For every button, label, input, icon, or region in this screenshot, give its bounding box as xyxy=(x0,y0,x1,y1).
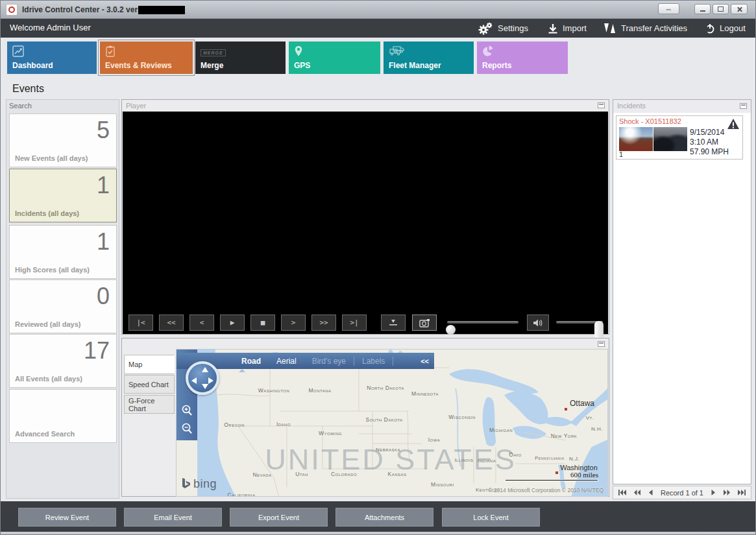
rewind-button[interactable]: << xyxy=(159,315,184,331)
seek-slider-thumb[interactable] xyxy=(446,325,456,335)
record-position-label: Record 1 of 1 xyxy=(661,489,703,497)
incident-thumbnail-cabin[interactable] xyxy=(653,127,687,151)
tab-fleet-manager-label: Fleet Manager xyxy=(389,61,441,70)
all-events-count: 17 xyxy=(84,337,110,364)
tab-merge[interactable]: MERGE Merge xyxy=(195,42,286,74)
welcome-text: Welcome Admin User xyxy=(10,23,91,32)
next-record-button[interactable] xyxy=(711,490,715,495)
map-view[interactable]: UNITED STATES Washington Montana North D… xyxy=(176,349,608,497)
pie-chart-icon xyxy=(482,45,494,60)
minimize-button[interactable] xyxy=(694,4,711,14)
mute-button[interactable] xyxy=(527,315,549,331)
trucks-icon xyxy=(389,45,404,59)
incident-list-item[interactable]: Shock - X01511832 9/15/2014 3:10 AM 57.9… xyxy=(616,115,743,160)
app-logo-icon xyxy=(6,4,18,16)
map-collapse-icon[interactable] xyxy=(598,341,605,347)
map-nav-labels[interactable]: Labels xyxy=(354,357,393,366)
prev-record-icon xyxy=(649,490,653,495)
incidents-collapse-icon[interactable] xyxy=(740,103,747,109)
first-record-button[interactable] xyxy=(618,490,626,495)
incidents-label: Incidents (all days) xyxy=(15,209,79,217)
last-record-button[interactable] xyxy=(738,490,746,495)
card-advanced-search[interactable]: Advanced Search xyxy=(9,389,117,443)
video-display[interactable] xyxy=(123,112,608,311)
reviewed-label: Reviewed (all days) xyxy=(15,320,81,328)
stop-button[interactable]: ■ xyxy=(250,315,275,331)
last-frame-button[interactable]: >| xyxy=(342,315,367,331)
merge-icon: MERGE xyxy=(201,45,226,57)
prev-record-button[interactable] xyxy=(649,490,653,495)
state-label: Kansas xyxy=(387,471,406,477)
tab-dashboard-label: Dashboard xyxy=(12,61,53,70)
transfer-activities-button[interactable]: Transfer Activities xyxy=(604,19,687,38)
tab-map[interactable]: Map xyxy=(124,355,175,374)
map-nav-birds-eye[interactable]: Bird's eye xyxy=(304,357,354,366)
close-button[interactable] xyxy=(731,4,748,14)
step-back-button[interactable]: < xyxy=(189,315,214,331)
settings-button[interactable]: Settings xyxy=(478,19,528,38)
tab-speed-chart[interactable]: Speed Chart xyxy=(124,375,175,394)
player-panel: Player |< << < ▶ ■ > >> >| xyxy=(121,99,609,335)
attachments-button[interactable]: Attachments xyxy=(335,508,433,527)
zoom-in-button[interactable] xyxy=(180,404,193,417)
state-label: Vt. xyxy=(586,415,594,421)
application-window: Idrive Control Center - 3.0.2 version - … xyxy=(0,0,756,535)
lock-event-button[interactable]: Lock Event xyxy=(442,508,540,527)
incident-thumbnail-road[interactable] xyxy=(619,127,653,151)
incident-time: 3:10 AM xyxy=(690,137,718,147)
logout-button[interactable]: Logout xyxy=(705,19,746,38)
tab-gforce-chart-label: G-Force Chart xyxy=(128,397,174,412)
tab-reports-label: Reports xyxy=(482,61,511,70)
card-incidents[interactable]: 1 Incidents (all days) xyxy=(9,169,117,222)
card-all-events[interactable]: 17 All Events (all days) xyxy=(9,334,117,388)
map-compass-control[interactable] xyxy=(186,361,219,395)
play-button[interactable]: ▶ xyxy=(220,315,245,331)
review-event-button[interactable]: Review Event xyxy=(18,508,116,527)
card-high-scores[interactable]: 1 High Scores (all days) xyxy=(9,225,117,279)
card-new-events[interactable]: 5 New Events (all days) xyxy=(9,113,117,167)
map-nav-aerial[interactable]: Aerial xyxy=(269,357,304,366)
first-frame-button[interactable]: |< xyxy=(128,315,153,331)
next-page-button[interactable] xyxy=(724,490,730,495)
page-title: Events xyxy=(12,83,44,95)
high-scores-label: High Scores (all days) xyxy=(15,266,90,274)
import-button[interactable]: Import xyxy=(548,19,587,38)
download-video-button[interactable] xyxy=(381,315,406,331)
record-navigator: Record 1 of 1 xyxy=(613,486,751,499)
zoom-in-icon xyxy=(180,404,193,417)
map-panel: Map Speed Chart G-Force Chart xyxy=(121,338,609,497)
tab-reports[interactable]: Reports xyxy=(477,42,568,74)
incidents-panel-header: Incidents xyxy=(613,100,751,113)
email-event-button[interactable]: Email Event xyxy=(124,508,222,527)
state-label: Utah xyxy=(295,471,308,477)
incidents-panel-title: Incidents xyxy=(617,102,646,110)
map-nav-collapse[interactable]: << xyxy=(421,357,429,365)
minimize-icon xyxy=(700,10,705,12)
resize-button[interactable]: ⇔ xyxy=(658,3,679,14)
snapshot-button[interactable] xyxy=(412,315,437,331)
maximize-button[interactable] xyxy=(713,4,729,14)
state-label: Nebraska xyxy=(376,447,400,453)
step-forward-button[interactable]: > xyxy=(281,315,306,331)
state-label: South Dakota xyxy=(365,416,402,423)
map-pin-icon xyxy=(294,45,303,60)
volume-slider-thumb[interactable] xyxy=(594,321,604,339)
search-panel-title: Search xyxy=(9,102,32,110)
zoom-out-button[interactable] xyxy=(180,422,193,435)
export-event-button[interactable]: Export Event xyxy=(230,508,328,527)
tab-events-reviews[interactable]: Events & Reviews xyxy=(100,42,193,74)
tab-dashboard[interactable]: Dashboard xyxy=(7,42,97,74)
tab-map-label: Map xyxy=(128,361,142,368)
prev-page-button[interactable] xyxy=(634,490,640,495)
tab-gforce-chart[interactable]: G-Force Chart xyxy=(124,395,175,414)
tab-fleet-manager[interactable]: Fleet Manager xyxy=(384,42,474,74)
card-reviewed[interactable]: 0 Reviewed (all days) xyxy=(9,279,117,333)
tab-gps[interactable]: GPS xyxy=(289,42,380,74)
player-collapse-icon[interactable] xyxy=(598,102,605,108)
fast-forward-button[interactable]: >> xyxy=(311,315,336,331)
pan-east-icon xyxy=(208,377,213,384)
state-label: Oregon xyxy=(224,422,245,428)
map-nav-road[interactable]: Road xyxy=(234,357,269,366)
state-label: Illinois xyxy=(454,457,473,463)
advanced-search-label: Advanced Search xyxy=(15,430,75,438)
